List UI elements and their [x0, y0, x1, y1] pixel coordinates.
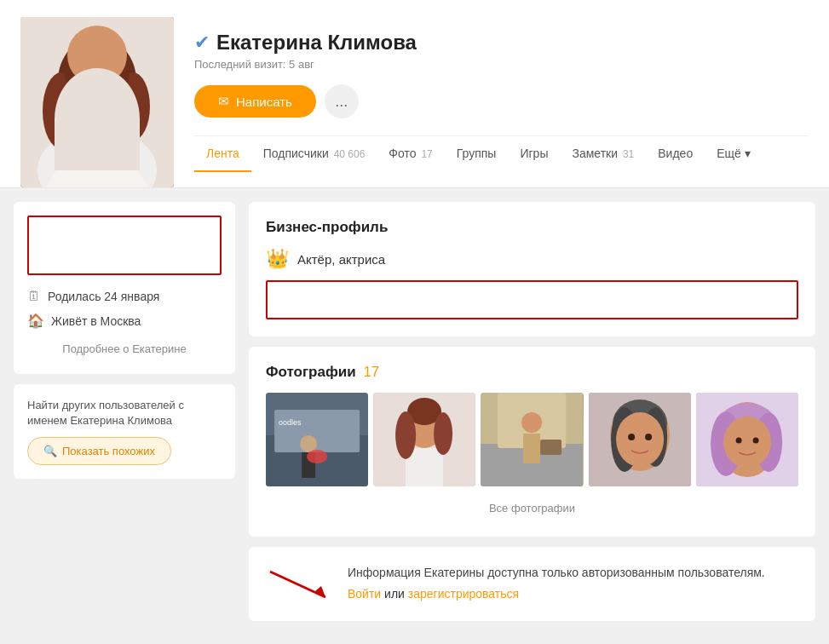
- nav-item-games[interactable]: Игры: [508, 136, 560, 172]
- photo-thumb-5[interactable]: [696, 393, 798, 486]
- svg-point-12: [107, 96, 112, 101]
- svg-point-4: [58, 37, 136, 125]
- nav-notes-count: 31: [623, 148, 634, 160]
- register-link[interactable]: зарегистрироваться: [408, 587, 519, 601]
- login-label: Войти: [348, 587, 381, 601]
- write-button-label: Написать: [236, 95, 292, 109]
- login-link[interactable]: Войти: [348, 587, 384, 601]
- nav-item-video[interactable]: Видео: [646, 136, 705, 172]
- svg-point-8: [65, 51, 130, 99]
- photo-thumb-4[interactable]: [589, 393, 691, 486]
- svg-text:oodles: oodles: [279, 418, 302, 427]
- birthday-text: Родилась 24 января: [48, 290, 159, 303]
- birthday-icon: 🗓: [27, 289, 41, 304]
- svg-point-50: [752, 438, 758, 444]
- find-similar-text: Найти других пользователей с именем Екат…: [27, 398, 222, 428]
- business-profile-card: Бизнес-профиль 👑 Актёр, актриса: [249, 202, 815, 336]
- more-about-link[interactable]: Подробнее о Екатерине: [27, 337, 222, 360]
- photos-card: Фотографии 17 oodles: [249, 347, 815, 537]
- content-area: 🗓 Родилась 24 января 🏠 Живёт в Москва По…: [0, 188, 829, 644]
- svg-point-11: [83, 96, 89, 101]
- profile-actions: ✉ Написать ...: [194, 84, 809, 118]
- profile-name: Екатерина Климова: [216, 31, 417, 55]
- svg-point-25: [395, 411, 416, 459]
- svg-point-6: [116, 72, 150, 141]
- location-text: Живёт в Москва: [51, 314, 141, 328]
- business-profile-title: Бизнес-профиль: [266, 219, 798, 236]
- main-content: Бизнес-профиль 👑 Актёр, актриса Фотограф…: [249, 202, 815, 631]
- photo-thumb-2[interactable]: [373, 393, 475, 486]
- notice-content: Информация Екатерины доступна только авт…: [348, 564, 765, 601]
- svg-point-3: [61, 57, 133, 139]
- register-label: зарегистрироваться: [408, 587, 519, 601]
- all-photos-link[interactable]: Все фотографии: [266, 497, 798, 520]
- photos-title-label: Фотографии: [266, 364, 356, 380]
- birthday-item: 🗓 Родилась 24 января: [27, 289, 222, 304]
- svg-point-5: [43, 72, 80, 149]
- svg-point-40: [628, 434, 635, 440]
- nav-item-notes[interactable]: Заметки 31: [560, 136, 646, 172]
- nav-subscribers-label: Подписчики: [263, 147, 329, 160]
- message-icon: ✉: [218, 94, 229, 109]
- svg-rect-32: [541, 440, 562, 455]
- svg-point-19: [307, 450, 327, 463]
- business-profile-role: 👑 Актёр, актриса: [266, 248, 798, 270]
- nav-photos-count: 17: [421, 148, 432, 160]
- nav-photos-label: Фото: [389, 147, 416, 160]
- nav-video-label: Видео: [658, 147, 693, 160]
- photo-thumb-3[interactable]: [481, 393, 583, 486]
- verified-icon: ✔: [194, 32, 210, 54]
- page-wrapper: ✔ Екатерина Климова Последний визит: 5 а…: [0, 0, 829, 644]
- svg-point-26: [434, 412, 452, 455]
- svg-point-49: [735, 438, 741, 444]
- nav-item-groups[interactable]: Группы: [445, 136, 509, 172]
- photo-thumb-1[interactable]: oodles: [266, 393, 368, 486]
- svg-point-48: [723, 417, 771, 468]
- or-text: или: [384, 587, 408, 601]
- nav-item-photos[interactable]: Фото 17: [377, 136, 444, 172]
- arrow-container: [266, 564, 334, 604]
- profile-header: ✔ Екатерина Климова Последний визит: 5 а…: [0, 0, 829, 188]
- crown-icon: 👑: [266, 248, 289, 270]
- nav-item-subscribers[interactable]: Подписчики 40 606: [251, 136, 377, 172]
- nav-subscribers-count: 40 606: [334, 148, 366, 160]
- more-button[interactable]: ...: [325, 84, 359, 118]
- profile-nav: Лента Подписчики 40 606 Фото 17 Группы И…: [194, 135, 809, 172]
- all-photos-label: Все фотографии: [489, 502, 575, 515]
- location-item: 🏠 Живёт в Москва: [27, 313, 222, 329]
- nav-groups-label: Группы: [457, 147, 497, 160]
- photos-count: 17: [363, 364, 379, 380]
- profile-info: ✔ Екатерина Климова Последний визит: 5 а…: [194, 17, 809, 172]
- nav-notes-label: Заметки: [572, 147, 618, 160]
- search-icon: 🔍: [43, 445, 57, 457]
- more-about-label: Подробнее о Екатерине: [62, 342, 186, 355]
- sidebar-info-card: 🗓 Родилась 24 января 🏠 Живёт в Москва По…: [14, 202, 235, 374]
- find-similar-card: Найти других пользователей с именем Екат…: [14, 384, 235, 479]
- location-icon: 🏠: [27, 313, 44, 329]
- write-button[interactable]: ✉ Написать: [194, 85, 316, 118]
- svg-point-30: [522, 412, 543, 433]
- svg-rect-2: [87, 111, 107, 136]
- sidebar: 🗓 Родилась 24 января 🏠 Живёт в Москва По…: [14, 202, 235, 479]
- svg-point-41: [645, 434, 652, 440]
- photos-grid: oodles: [266, 393, 798, 486]
- business-ad-box: [266, 280, 798, 319]
- last-visit: Последний визит: 5 авг: [194, 58, 809, 71]
- svg-rect-15: [274, 410, 360, 452]
- more-icon: ...: [335, 93, 348, 111]
- photos-title: Фотографии 17: [266, 364, 798, 381]
- nav-feed-label: Лента: [206, 147, 239, 160]
- svg-line-51: [270, 572, 325, 597]
- svg-rect-31: [524, 434, 541, 463]
- role-text: Актёр, актриса: [297, 252, 385, 267]
- nav-item-more[interactable]: Ещё ▾: [705, 136, 763, 172]
- auth-links: Войти или зарегистрироваться: [348, 587, 765, 601]
- notice-text: Информация Екатерины доступна только авт…: [348, 564, 765, 582]
- svg-point-10: [104, 95, 114, 102]
- avatar: [20, 17, 174, 187]
- profile-name-row: ✔ Екатерина Климова: [194, 31, 809, 55]
- nav-item-feed[interactable]: Лента: [194, 136, 251, 172]
- nav-more-label: Ещё ▾: [717, 147, 751, 160]
- show-similar-label: Показать похожих: [62, 445, 155, 457]
- show-similar-button[interactable]: 🔍 Показать похожих: [27, 437, 171, 465]
